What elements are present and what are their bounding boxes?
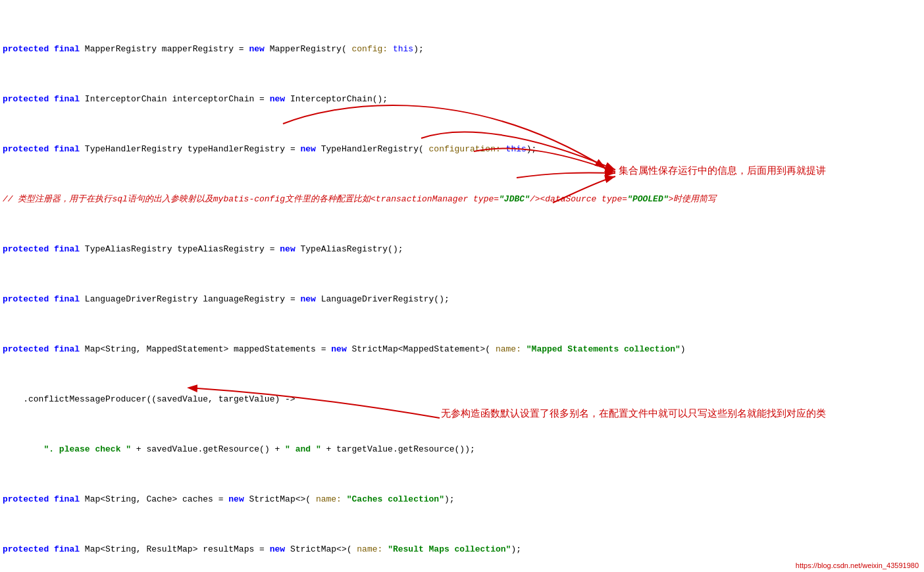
code-line-1: protected final MapperRegistry mapperReg… — [3, 43, 924, 55]
code-line-4: // 类型注册器，用于在执行sql语句的出入参映射以及mybatis-confi… — [3, 193, 924, 205]
code-line-9: ". please check " + savedValue.getResour… — [3, 443, 924, 455]
bottom-url: https://blog.csdn.net/weixin_43591980 — [796, 561, 919, 569]
code-line-10: protected final Map<String, Cache> cache… — [3, 493, 924, 506]
code-line-3: protected final TypeHandlerRegistry type… — [3, 143, 924, 155]
code-line-5: protected final TypeAliasRegistry typeAl… — [3, 243, 924, 255]
code-line-8: .conflictMessageProducer((savedValue, ta… — [3, 393, 924, 405]
code-container: protected final MapperRegistry mapperReg… — [0, 0, 924, 572]
code-line-11: protected final Map<String, ResultMap> r… — [3, 543, 924, 556]
code-line-2: protected final InterceptorChain interce… — [3, 93, 924, 105]
code-line-6: protected final LanguageDriverRegistry l… — [3, 293, 924, 305]
code-line-7: protected final Map<String, MappedStatem… — [3, 343, 924, 355]
